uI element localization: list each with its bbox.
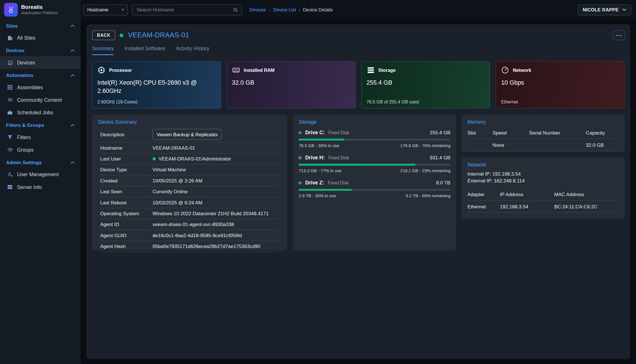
back-button[interactable]: BACK [92, 30, 116, 40]
row-label: Agent GUID [100, 233, 152, 238]
more-options-button[interactable] [613, 30, 625, 40]
card-title: Processor [109, 68, 132, 72]
memory-col-slot: Slot [467, 127, 492, 139]
row-label: Operating System [100, 211, 152, 216]
groups-icon [7, 147, 13, 153]
memory-serial [529, 139, 586, 151]
sidebar-item-server-info[interactable]: Server Info [0, 181, 81, 193]
sidebar-section-automation[interactable]: Automation [0, 69, 81, 81]
sidebar-item-devices[interactable]: Devices [0, 56, 81, 69]
row-value: 05ba0e7935171d626ecea29b27d7ae175363cd90 [153, 243, 279, 249]
network-panel: Network Internal IP: 192.168.3.54 Extern… [462, 158, 625, 218]
drive-z: Drive Z: Fixed Disk 8.0 TB 2.8 TB - 35% … [299, 180, 450, 198]
drive-remaining-text: 5.2 TB - 65% remaining [406, 193, 451, 198]
drive-used-text: 76.5 GB - 30% in use [299, 143, 339, 148]
summary-row-last-user: Last User VEEAM-DRAAS-01\Administrator [100, 154, 279, 164]
drive-usage-bar [299, 189, 450, 191]
network-adapter: Ethernet [467, 200, 500, 213]
network-value: 10 Gbps [501, 79, 619, 87]
sidebar-section-admin-settings[interactable]: Admin Settings [0, 156, 81, 168]
section-label: Automation [6, 72, 33, 78]
storage-card: Storage 255.4 GB 76.5 GB of 255.4 GB use… [361, 61, 490, 109]
memory-row: None 32.0 GB [467, 139, 619, 151]
summary-row-operating-system: Operating System Windows 10 2022 Datacen… [100, 208, 279, 219]
tab-installed-software[interactable]: Installed Software [125, 46, 165, 55]
nav-item-label: Scheduled Jobs [17, 110, 53, 115]
row-label: Hostname [100, 145, 152, 151]
memory-capacity: 32.0 GB [586, 139, 619, 151]
topbar: Hostname ▾ Devices › Device List › Devic… [81, 0, 636, 19]
tab-bar: Summary Installed Software Activity Hist… [92, 46, 625, 55]
summary-row-agent-guid: Agent GUID de16c0c1-8aa2-4d18-9585-9ce91… [100, 230, 279, 241]
select-value: Hostname [87, 7, 109, 12]
breadcrumb-devices[interactable]: Devices [249, 7, 266, 12]
drive-remaining-text: 178.8 GB - 70% remaining [400, 143, 451, 148]
device-details-panel: BACK VEEAM-DRAAS-01 Summary Installed So… [86, 24, 630, 359]
sidebar-item-assemblies[interactable]: Assemblies [0, 81, 81, 93]
storage-panel: Storage Drive C: Fixed Disk 255.4 GB 76.… [293, 115, 456, 250]
processor-footer: 2.60GHz (16-Cores) [97, 99, 138, 104]
row-value: Virtual Machine [153, 167, 279, 173]
memory-slot [467, 139, 492, 151]
memory-col-speed: Speed [492, 127, 529, 139]
memory-table: Slot Speed Serial Number Capacity [467, 127, 619, 151]
briefcase-icon [7, 109, 13, 115]
ram-value: 32.0 GB [232, 79, 350, 87]
network-col-mac: MAC Address [554, 188, 619, 200]
device-summary-panel: Device Summary Description Hostname VEEA… [92, 115, 288, 250]
sidebar-item-community-content[interactable]: Community Content [0, 93, 81, 106]
drive-name: Drive C: [305, 130, 325, 135]
grid-icon [7, 84, 13, 90]
drive-name: Drive Z: [305, 180, 324, 186]
summary-row-last-reboot: Last Reboot 10/03/2025 @ 6:24 AM [100, 197, 279, 208]
storage-footer: 76.5 GB of 255.4 GB used [367, 99, 419, 104]
tab-activity-history[interactable]: Activity History [176, 46, 209, 55]
gauge-icon [501, 66, 509, 74]
drive-bullet-icon [299, 181, 302, 184]
internal-ip: Internal IP: 192.168.3.54 [467, 171, 619, 178]
row-label: Agent ID [100, 222, 152, 227]
drive-size: 931.4 GB [430, 155, 450, 160]
processor-card: Processor Intel(R) Xeon(R) CPU E5-2690 v… [92, 61, 221, 109]
row-value: de16c0c1-8aa2-4d18-9585-9ce91cf056fd [153, 233, 279, 238]
sidebar-item-user-management[interactable]: User Management [0, 168, 81, 181]
row-value: 10/05/2025 @ 3:26 AM [153, 178, 279, 184]
row-label: Device Type [100, 167, 152, 173]
breadcrumb: Devices › Device List › Device Details [249, 7, 333, 12]
brand-name: Borealis [21, 4, 58, 11]
storage-value: 255.4 GB [367, 79, 485, 87]
summary-row-agent-id: Agent ID veeam-draas-01-agent-svc-8930a3… [100, 219, 279, 230]
search-icon[interactable] [233, 7, 238, 12]
search-field-select[interactable]: Hostname ▾ [83, 4, 128, 15]
external-ip: External IP: 162.248.8.114 [467, 178, 619, 185]
ram-icon [232, 66, 240, 74]
sidebar-item-scheduled-jobs[interactable]: Scheduled Jobs [0, 106, 81, 119]
sidebar-section-devices[interactable]: Devices [0, 44, 81, 56]
nav-item-label: Community Content [17, 97, 62, 103]
row-label: Last Reboot [100, 200, 152, 206]
search-input[interactable] [136, 7, 230, 13]
user-menu-button[interactable]: NICOLE RAPPE [578, 4, 631, 15]
user-gear-icon [7, 171, 13, 177]
sidebar-item-all-sites[interactable]: All Sites [0, 32, 81, 44]
sidebar: Borealis Automation Platform Sites All S… [0, 0, 81, 364]
summary-row-last-seen: Last Seen Currently Online [100, 186, 279, 197]
summary-row-created: Created 10/05/2025 @ 3:26 AM [100, 176, 279, 186]
nav-item-label: Groups [17, 147, 34, 152]
memory-col-serial: Serial Number [529, 127, 586, 139]
sidebar-section-sites[interactable]: Sites [0, 19, 81, 32]
sidebar-item-groups[interactable]: Groups [0, 143, 81, 156]
network-table: Adapter IP Address MAC Address Ethernet … [467, 188, 619, 213]
sidebar-item-filters[interactable]: Filters [0, 131, 81, 143]
brand: Borealis Automation Platform [0, 0, 81, 19]
card-title: Installed RAM [244, 68, 274, 72]
section-label: Sites [6, 23, 18, 29]
sidebar-section-filters-groups[interactable]: Filters & Groups [0, 119, 81, 131]
device-summary-title: Device Summary [92, 119, 288, 127]
chevron-up-icon [70, 49, 74, 52]
search-box [132, 4, 242, 15]
breadcrumb-device-list[interactable]: Device List [273, 7, 296, 12]
network-row: Ethernet 192.168.3.54 BC:24:11:CA:C6:2C [467, 200, 619, 213]
description-input[interactable] [153, 129, 222, 140]
tab-summary[interactable]: Summary [92, 46, 114, 55]
